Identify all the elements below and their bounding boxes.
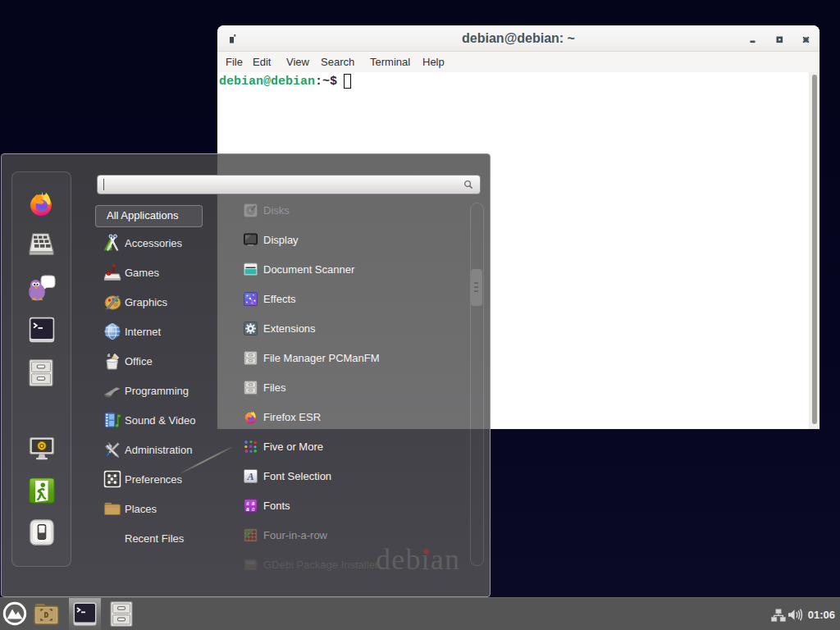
svg-text:a: a	[252, 505, 255, 513]
svg-text:A: A	[246, 471, 253, 482]
svg-text:a: a	[246, 505, 249, 513]
